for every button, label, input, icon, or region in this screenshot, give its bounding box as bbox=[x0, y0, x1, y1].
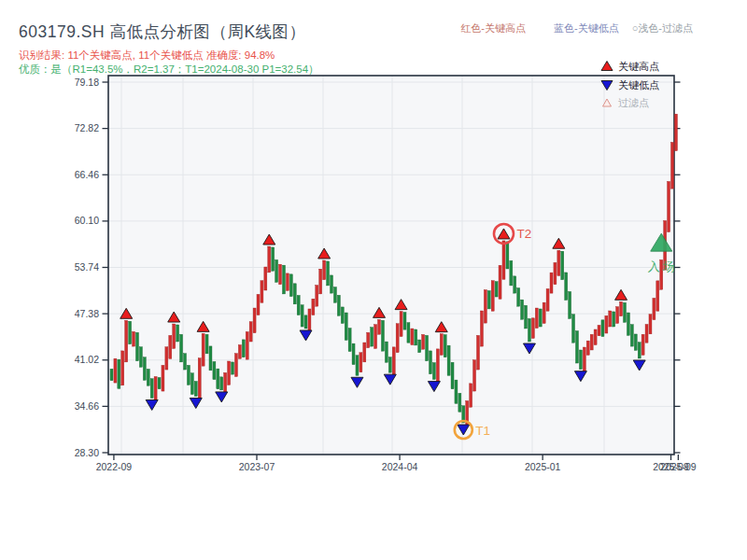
candlestick bbox=[418, 340, 421, 353]
candlestick bbox=[400, 312, 402, 337]
candlestick bbox=[190, 373, 193, 395]
candlestick bbox=[209, 346, 212, 371]
candlestick bbox=[440, 334, 443, 356]
candlestick bbox=[514, 276, 516, 293]
candlestick bbox=[213, 361, 216, 379]
candlestick bbox=[392, 347, 395, 375]
candlestick bbox=[506, 242, 509, 269]
candlestick bbox=[620, 301, 623, 315]
candlestick bbox=[550, 273, 553, 293]
candlestick bbox=[341, 307, 344, 324]
candlestick bbox=[502, 241, 505, 279]
candlestick bbox=[232, 362, 234, 374]
candlestick bbox=[473, 360, 476, 391]
candlestick bbox=[323, 260, 326, 280]
candlestick bbox=[173, 324, 176, 348]
candlestick bbox=[484, 290, 486, 324]
candlestick bbox=[480, 311, 483, 346]
candlestick bbox=[385, 342, 388, 362]
candlestick bbox=[154, 377, 157, 400]
candlestick bbox=[345, 313, 347, 340]
candlestick bbox=[557, 250, 560, 275]
candlestick bbox=[674, 114, 677, 150]
candlestick bbox=[165, 347, 168, 370]
candlestick bbox=[234, 354, 237, 377]
candlestick bbox=[133, 331, 135, 346]
candlestick bbox=[499, 265, 501, 299]
legend-key-high-icon bbox=[601, 62, 613, 71]
y-tick-label: 34.66 bbox=[75, 400, 99, 412]
y-tick-label: 53.74 bbox=[75, 261, 99, 273]
legend-item-label: 关键高点 bbox=[618, 61, 659, 72]
candlestick bbox=[371, 328, 374, 346]
candlestick bbox=[228, 361, 231, 385]
candlestick bbox=[609, 311, 612, 327]
candlestick bbox=[436, 349, 439, 382]
candlestick bbox=[238, 345, 241, 359]
entry-label: 入场 bbox=[648, 259, 678, 273]
candlestick bbox=[598, 325, 600, 335]
candlestick bbox=[656, 281, 659, 311]
candlestick bbox=[645, 325, 648, 343]
candlestick bbox=[429, 351, 431, 374]
candlestick bbox=[575, 331, 578, 363]
candlestick bbox=[572, 315, 575, 343]
candlestick bbox=[367, 332, 370, 347]
candlestick bbox=[143, 357, 146, 381]
candlestick bbox=[121, 351, 124, 385]
candlestick bbox=[316, 286, 318, 307]
candlestick bbox=[491, 281, 494, 312]
candlestick bbox=[565, 273, 568, 301]
kline-chart: 79.1872.8266.4660.1053.7447.3841.0234.66… bbox=[0, 0, 747, 560]
candlestick bbox=[641, 334, 644, 355]
candlestick bbox=[378, 319, 381, 334]
candlestick bbox=[242, 340, 245, 357]
candlestick bbox=[525, 305, 528, 329]
candlestick bbox=[388, 357, 391, 373]
candlestick bbox=[304, 315, 307, 329]
candlestick bbox=[114, 358, 117, 383]
candlestick bbox=[407, 323, 410, 343]
candlestick bbox=[333, 287, 336, 303]
candlestick bbox=[363, 343, 366, 362]
candlestick bbox=[147, 369, 149, 385]
candlestick bbox=[554, 262, 557, 284]
candlestick bbox=[264, 267, 267, 290]
candlestick bbox=[528, 318, 530, 342]
candlestick bbox=[293, 284, 296, 304]
x-tick-label: 2023-07 bbox=[239, 461, 275, 472]
candlestick bbox=[356, 356, 359, 376]
candlestick bbox=[327, 261, 330, 286]
candlestick bbox=[668, 181, 670, 231]
t1-label: T1 bbox=[475, 424, 490, 438]
y-tick-label: 28.30 bbox=[75, 447, 99, 458]
candlestick bbox=[624, 302, 627, 322]
candlestick bbox=[301, 305, 303, 327]
candlestick bbox=[220, 377, 223, 390]
y-tick-label: 66.46 bbox=[75, 169, 99, 180]
candlestick bbox=[546, 288, 549, 311]
candlestick bbox=[630, 325, 633, 346]
candlestick bbox=[162, 365, 164, 391]
candlestick bbox=[415, 329, 417, 345]
candlestick bbox=[583, 347, 585, 371]
candlestick bbox=[272, 247, 275, 271]
candlestick bbox=[444, 335, 446, 357]
candlestick bbox=[125, 320, 128, 362]
candlestick bbox=[396, 324, 399, 353]
candlestick bbox=[184, 354, 187, 370]
candlestick bbox=[205, 334, 208, 354]
candlestick bbox=[337, 295, 340, 315]
candlestick bbox=[447, 345, 450, 375]
candlestick bbox=[198, 358, 201, 399]
candlestick bbox=[359, 353, 362, 372]
chart-page: 79.1872.8266.4660.1053.7447.3841.0234.66… bbox=[0, 0, 747, 560]
candlestick bbox=[381, 320, 384, 351]
candlestick bbox=[224, 372, 227, 392]
x-tick-label: 2022-09 bbox=[96, 461, 133, 472]
candlestick bbox=[411, 329, 414, 344]
candlestick bbox=[348, 329, 351, 352]
candlestick bbox=[268, 246, 271, 273]
candlestick bbox=[194, 382, 197, 397]
candlestick bbox=[253, 308, 256, 333]
